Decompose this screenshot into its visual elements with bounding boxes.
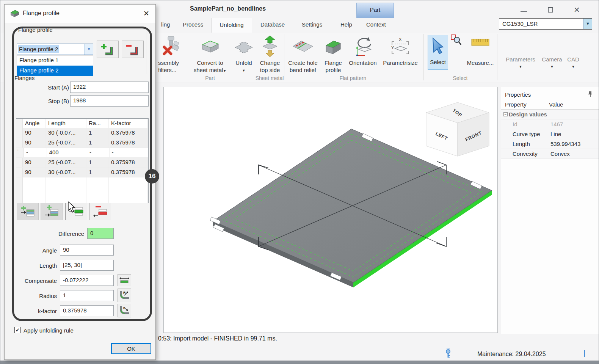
radius-input[interactable]: 1 xyxy=(60,290,114,301)
minimize-icon[interactable] xyxy=(521,11,527,12)
ok-button[interactable]: OK xyxy=(111,343,151,354)
parameters-dropdown[interactable]: Parameters ▼ xyxy=(502,56,539,69)
unfold-label: Unfold xyxy=(232,59,256,66)
properties-group-label: Design values xyxy=(505,111,547,118)
length-input[interactable]: [25, 30] xyxy=(60,260,114,271)
cell-radius: 1 xyxy=(86,128,109,138)
combo-arrow-icon[interactable]: ▼ xyxy=(583,19,592,29)
context-group-tab[interactable]: Part xyxy=(356,3,394,18)
close-icon[interactable]: ✕ xyxy=(574,5,580,14)
flange-profile-groupbox-legend: Flange profile xyxy=(16,27,55,33)
create-hole-bend-relief-icon xyxy=(292,38,314,55)
group-label-select: Select xyxy=(436,75,484,81)
property-value: Line xyxy=(549,131,561,137)
property-value: 1467 xyxy=(549,121,563,127)
start-input[interactable]: 1922 xyxy=(70,82,149,93)
cell-kfactor: 0.375978 xyxy=(109,168,148,177)
dialog-footer-divider xyxy=(9,340,152,340)
col-angle: Angle xyxy=(23,119,46,128)
cell-kfactor: - xyxy=(110,148,148,157)
add-flange-after-button[interactable] xyxy=(41,203,63,220)
kfactor-label: k-factor xyxy=(19,308,57,314)
properties-col-property: Property xyxy=(501,101,549,108)
kfactor-icon: K xyxy=(119,305,130,316)
corner-bracket xyxy=(259,165,268,174)
zoom-select-icon[interactable] xyxy=(451,35,461,46)
tab-help[interactable]: Help xyxy=(340,21,352,28)
flange-profile-dialog: Flange profile ✕ Flange profile Flange p… xyxy=(4,4,156,360)
flange-row[interactable]: 90 30 (-0.07... 1 0.375978 xyxy=(16,128,148,138)
angle-label: Angle xyxy=(19,247,57,254)
maximize-icon[interactable] xyxy=(548,7,553,13)
difference-input[interactable]: 0 xyxy=(87,228,114,239)
property-name: Curve type xyxy=(501,131,549,137)
property-row[interactable]: Curve type Line xyxy=(501,129,599,139)
dialog-titlebar[interactable]: Flange profile ✕ xyxy=(5,5,155,23)
compensate-picker-button[interactable] xyxy=(118,274,131,286)
radius-icon: R xyxy=(119,290,130,301)
flange-row[interactable]: 90 25 (-0.07... 1 0.375978 xyxy=(16,138,148,148)
change-top-side-label: Change top side xyxy=(257,59,283,74)
tab-clipped[interactable]: ling xyxy=(161,21,170,28)
property-row[interactable]: Convexity Convex xyxy=(501,149,599,159)
assembly-filters-label: ssembly filters... xyxy=(156,59,188,74)
window-bottom-edge xyxy=(0,361,599,364)
status-caret-bar xyxy=(584,350,585,357)
property-row[interactable]: Length 539.994343 xyxy=(501,139,599,149)
view-cube[interactable]: TOP LEFT FRONT xyxy=(426,102,489,156)
maintenance-date: Maintenance: 29.04.2025 xyxy=(477,351,546,358)
flange-row[interactable]: 90 25 (-0.07... 1 0.375978 xyxy=(16,158,148,168)
flange-row[interactable]: 90 30 (-0.07... 1 0.375978 xyxy=(16,168,148,177)
properties-panel: Properties Property Value − Design value… xyxy=(501,87,599,334)
stop-input[interactable]: 1988 xyxy=(70,95,149,107)
property-name: Convexity xyxy=(501,151,549,157)
compensate-label: Compensate xyxy=(19,278,57,284)
cad-dropdown[interactable]: CAD ▼ xyxy=(565,56,582,69)
dialog-close-icon[interactable]: ✕ xyxy=(143,9,149,18)
add-profile-button[interactable] xyxy=(97,41,119,58)
add-flange-before-icon xyxy=(20,205,35,218)
profile-option-1[interactable]: Flange profile 1 xyxy=(17,55,93,66)
camera-dropdown[interactable]: Camera ▼ xyxy=(540,56,564,69)
radius-picker-button[interactable]: R xyxy=(118,289,131,302)
add-flange-after-icon xyxy=(44,205,59,218)
tab-settings[interactable]: Settings xyxy=(302,21,322,28)
flange-profile-icon xyxy=(325,38,342,55)
remove-flange-button[interactable] xyxy=(89,203,111,220)
profile-combobox-arrow-icon[interactable]: ▾ xyxy=(85,44,93,55)
3d-viewport[interactable]: TOP LEFT FRONT xyxy=(163,87,498,333)
tab-context[interactable]: Context xyxy=(366,21,386,28)
add-flange-before-button[interactable] xyxy=(17,203,39,220)
flange-row-current[interactable]: : - 400 - - xyxy=(16,148,148,158)
pin-icon[interactable] xyxy=(588,91,593,97)
property-value: Convex xyxy=(549,151,570,157)
cell-radius: 1 xyxy=(86,158,109,167)
add-profile-icon xyxy=(100,42,115,56)
remove-profile-button[interactable] xyxy=(122,41,144,58)
license-key-icon[interactable] xyxy=(445,348,452,358)
tab-unfolding[interactable]: Unfolding xyxy=(211,18,252,33)
col-length: Length xyxy=(46,119,86,128)
collapse-icon[interactable]: − xyxy=(503,112,508,116)
angle-input[interactable]: 90 xyxy=(60,245,114,256)
profile-combobox[interactable]: Flange profile 2 ▾ xyxy=(17,44,93,55)
tab-process[interactable]: Process xyxy=(183,21,203,28)
flange-table[interactable]: Angle Length Ra... K-factor 90 30 (-0.07… xyxy=(16,118,149,203)
cell-length: 25 (-0.07... xyxy=(46,158,86,167)
compensate-input[interactable]: -0.072222 xyxy=(60,275,114,286)
compensate-icon xyxy=(119,276,129,284)
properties-group-row[interactable]: − Design values xyxy=(501,110,599,119)
tab-database[interactable]: Database xyxy=(260,21,285,28)
flange-profile-label: Flange profile xyxy=(321,59,345,74)
kfactor-picker-button[interactable]: K xyxy=(118,304,131,317)
kfactor-input[interactable]: 0.375978 xyxy=(60,305,114,316)
group-label-sheet-metal: Sheet metal xyxy=(243,75,296,81)
radius-label: Radius xyxy=(19,293,57,299)
properties-title: Properties xyxy=(505,91,531,98)
machine-selector[interactable]: CG1530_LSR ▼ xyxy=(499,18,592,30)
select-button[interactable]: Select xyxy=(428,35,448,70)
cad-caret-icon: ▼ xyxy=(565,65,582,69)
profile-option-2[interactable]: Flange profile 2 xyxy=(17,66,93,76)
apply-rule-checkbox[interactable]: ✓ xyxy=(14,327,21,333)
property-row[interactable]: Id 1467 xyxy=(501,119,599,129)
